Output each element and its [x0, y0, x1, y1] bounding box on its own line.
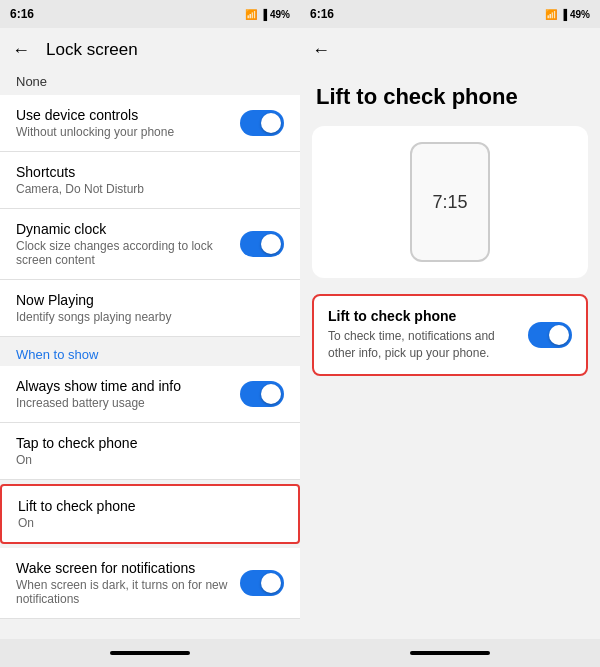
right-battery-icon: 49%	[570, 9, 590, 20]
wifi-icon: 📶	[245, 9, 257, 20]
home-indicator	[110, 651, 190, 655]
right-wifi-icon: 📶	[545, 9, 557, 20]
setting-subtitle-wake-screen: When screen is dark, it turns on for new…	[16, 578, 240, 606]
setting-title-wake-screen: Wake screen for notifications	[16, 560, 240, 576]
setting-subtitle-always-show: Increased battery usage	[16, 396, 240, 410]
setting-title-lift-to-check: Lift to check phone	[18, 498, 282, 514]
right-signal-icon: ▐	[560, 9, 567, 20]
phone-mockup: 7:15	[410, 142, 490, 262]
right-back-button[interactable]: ←	[312, 40, 330, 61]
right-setting-subtitle: To check time, notifications and other i…	[328, 328, 518, 362]
setting-subtitle-now-playing: Identify songs playing nearby	[16, 310, 284, 324]
setting-title-shortcuts: Shortcuts	[16, 164, 284, 180]
setting-shortcuts[interactable]: Shortcuts Camera, Do Not Disturb	[0, 152, 300, 209]
setting-subtitle-shortcuts: Camera, Do Not Disturb	[16, 182, 284, 196]
setting-dynamic-clock[interactable]: Dynamic clock Clock size changes accordi…	[0, 209, 300, 280]
settings-list: None Use device controls Without unlocki…	[0, 72, 300, 639]
setting-title-dynamic-clock: Dynamic clock	[16, 221, 240, 237]
setting-wake-screen[interactable]: Wake screen for notifications When scree…	[0, 548, 300, 619]
right-bottom-bar	[300, 639, 600, 667]
setting-subtitle-lift-to-check: On	[18, 516, 282, 530]
setting-title-now-playing: Now Playing	[16, 292, 284, 308]
detail-title: Lift to check phone	[300, 72, 600, 118]
right-lift-to-check-setting[interactable]: Lift to check phone To check time, notif…	[312, 294, 588, 376]
setting-now-playing[interactable]: Now Playing Identify songs playing nearb…	[0, 280, 300, 337]
toggle-use-device-controls[interactable]	[240, 110, 284, 136]
toggle-dynamic-clock[interactable]	[240, 231, 284, 257]
back-button[interactable]: ←	[12, 40, 30, 61]
toggle-always-show[interactable]	[240, 381, 284, 407]
battery-icon: 49%	[270, 9, 290, 20]
setting-always-show-time[interactable]: Always show time and info Increased batt…	[0, 366, 300, 423]
left-header: ← Lock screen	[0, 28, 300, 72]
right-toggle-lift[interactable]	[528, 322, 572, 348]
right-status-bar: 6:16 📶 ▐ 49%	[300, 0, 600, 28]
right-home-indicator	[410, 651, 490, 655]
right-setting-title: Lift to check phone	[328, 308, 518, 324]
when-to-show-label: When to show	[0, 337, 300, 366]
right-header: ←	[300, 28, 600, 72]
right-status-icons: 📶 ▐ 49%	[545, 9, 590, 20]
left-status-bar: 6:16 📶 ▐ 49%	[0, 0, 300, 28]
right-panel: 6:16 📶 ▐ 49% ← Lift to check phone 7:15 …	[300, 0, 600, 667]
setting-tap-to-check[interactable]: Tap to check phone On	[0, 423, 300, 480]
left-panel: 6:16 📶 ▐ 49% ← Lock screen None Use devi…	[0, 0, 300, 667]
setting-subtitle-dynamic-clock: Clock size changes according to lock scr…	[16, 239, 240, 267]
setting-title-always-show: Always show time and info	[16, 378, 240, 394]
setting-subtitle-tap-to-check: On	[16, 453, 284, 467]
setting-use-device-controls[interactable]: Use device controls Without unlocking yo…	[0, 95, 300, 152]
left-status-time: 6:16	[10, 7, 34, 21]
left-bottom-bar	[0, 639, 300, 667]
phone-illustration: 7:15	[312, 126, 588, 278]
setting-title-tap-to-check: Tap to check phone	[16, 435, 284, 451]
setting-subtitle-use-device-controls: Without unlocking your phone	[16, 125, 240, 139]
toggle-wake-screen[interactable]	[240, 570, 284, 596]
setting-lift-to-check[interactable]: Lift to check phone On	[0, 484, 300, 544]
page-title: Lock screen	[46, 40, 138, 60]
setting-title-use-device-controls: Use device controls	[16, 107, 240, 123]
phone-mock-time: 7:15	[432, 192, 467, 213]
none-label: None	[0, 72, 300, 95]
signal-icon: ▐	[260, 9, 267, 20]
right-status-time: 6:16	[310, 7, 334, 21]
left-status-icons: 📶 ▐ 49%	[245, 9, 290, 20]
